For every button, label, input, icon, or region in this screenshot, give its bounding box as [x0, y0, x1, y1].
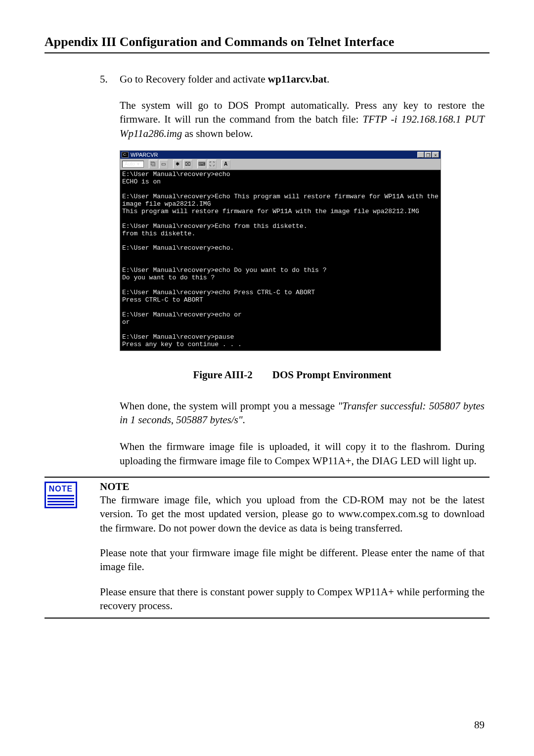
dos-line: E:\User Manual\recovery>echo — [122, 171, 230, 178]
figure-code: Figure AIII-2 — [193, 369, 252, 381]
note-line — [47, 498, 74, 499]
paste-icon[interactable]: ▭ — [159, 160, 168, 169]
para1-suffix: as shown below. — [182, 128, 253, 139]
dos-line: Do you want to do this ? — [122, 274, 215, 281]
maximize-button[interactable]: ❐ — [425, 152, 432, 158]
note-line — [47, 501, 74, 502]
note-icon: NOTE — [44, 482, 77, 508]
dos-line: ECHO is on — [122, 178, 161, 185]
dos-body: E:\User Manual\recovery>echo ECHO is on … — [120, 170, 441, 351]
paragraph-flashrom: When the firmware image file is uploaded… — [120, 440, 485, 468]
dos-line: from this diskette. — [122, 230, 195, 237]
dos-line: E:\User Manual\recovery>pause — [122, 333, 234, 341]
para2-prefix: When done, the system will prompt you a … — [120, 400, 338, 412]
dos-line: or — [122, 318, 130, 326]
msdos-icon: C: — [122, 152, 129, 158]
props-icon[interactable]: ✱ — [173, 160, 182, 169]
note-icon-label: NOTE — [49, 485, 73, 493]
close-button[interactable]: × — [432, 152, 439, 158]
figure-caption: Figure AIII-2DOS Prompt Environment — [100, 369, 485, 381]
dos-line: Press CTRL-C to ABORT — [122, 296, 203, 304]
note-paragraph-3: Please ensure that there is constant pow… — [100, 585, 485, 613]
dos-toolbar: Auto ▾ ⿻ ▭ ✱ ⌧ ⌨ ⛶ A — [120, 159, 441, 170]
content-body: 5. Go to Recovery folder and activate wp… — [100, 73, 485, 468]
background-icon[interactable]: ⌨ — [197, 160, 206, 169]
dos-line: This program will restore firmware for W… — [122, 208, 419, 215]
dos-line: E:\User Manual\recovery>echo Do you want… — [122, 267, 326, 274]
step-number: 5. — [100, 73, 120, 86]
dos-line: E:\User Manual\recovery>Echo from this d… — [122, 222, 307, 230]
note-title: NOTE — [100, 481, 485, 493]
font-size-value: Auto — [125, 161, 135, 167]
note-line — [47, 495, 74, 496]
note-paragraph-2: Please note that your firmware image fil… — [100, 546, 485, 574]
step5-suffix: . — [327, 73, 329, 85]
dos-prompt-window: C: WPARCVR _ ❐ × Auto ▾ ⿻ ▭ ✱ ⌧ — [120, 150, 441, 351]
step-text: Go to Recovery folder and activate wp11a… — [120, 73, 485, 86]
font-size-select[interactable]: Auto ▾ — [122, 161, 144, 168]
document-page: Appendix III Configuration and Commands … — [0, 0, 534, 638]
dos-line: Press any key to continue . . . — [122, 341, 242, 348]
dos-title-bar: C: WPARCVR _ ❐ × — [120, 151, 441, 159]
note-line — [47, 504, 74, 505]
dos-line: E:\User Manual\recovery>echo. — [122, 244, 234, 252]
note-paragraph-1: The firmware image file, which you uploa… — [100, 493, 485, 535]
appendix-header: Appendix III Configuration and Commands … — [44, 35, 490, 53]
step5-prefix: Go to Recovery folder and activate — [120, 73, 268, 85]
mark-icon[interactable]: ⌧ — [183, 160, 192, 169]
font-a-icon[interactable]: A — [222, 160, 230, 169]
paragraph-transfer: When done, the system will prompt you a … — [120, 399, 485, 427]
page-number: 89 — [474, 719, 485, 731]
note-block: NOTE NOTE The firmware image file, which… — [44, 477, 490, 619]
figure-title: DOS Prompt Environment — [272, 369, 392, 381]
fullscreen-icon[interactable]: ⛶ — [208, 160, 217, 169]
note-body: NOTE The firmware image file, which you … — [100, 481, 490, 613]
dos-line: E:\User Manual\recovery>echo or — [122, 311, 242, 318]
chevron-down-icon: ▾ — [137, 161, 139, 167]
dos-line: E:\User Manual\recovery>Echo This progra… — [122, 193, 443, 208]
note-icon-column: NOTE — [44, 481, 100, 613]
step-5-row: 5. Go to Recovery folder and activate wp… — [100, 73, 485, 86]
paragraph-dos-intro: The system will go to DOS Prompt automat… — [120, 98, 485, 140]
para2-suffix: . — [243, 414, 245, 426]
dos-window-title: WPARCVR — [131, 152, 417, 158]
minimize-button[interactable]: _ — [417, 152, 424, 158]
step5-bold: wp11arcv.bat — [268, 73, 327, 85]
copy-icon[interactable]: ⿻ — [149, 160, 158, 169]
dos-line: E:\User Manual\recovery>echo Press CTRL-… — [122, 289, 315, 296]
window-controls: _ ❐ × — [417, 152, 439, 158]
note-icon-lines — [47, 495, 74, 505]
